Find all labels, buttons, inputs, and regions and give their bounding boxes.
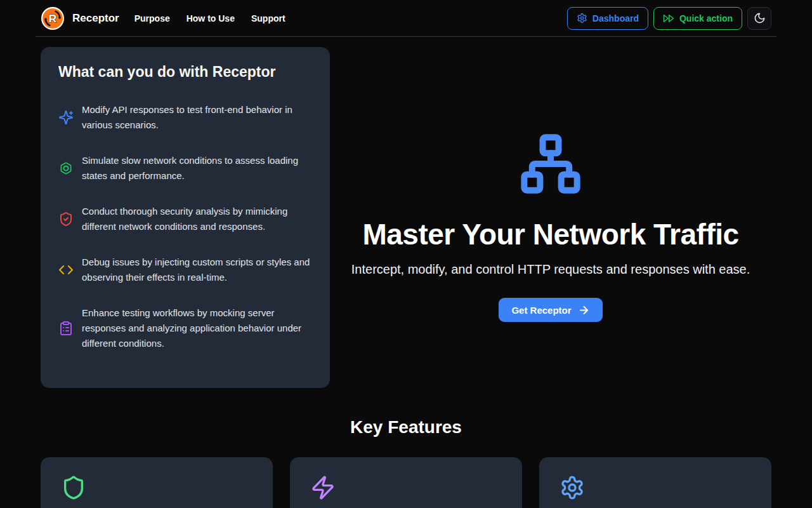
nav-links: Purpose How to Use Support bbox=[134, 13, 285, 23]
shield-icon bbox=[61, 475, 86, 500]
get-receptor-button[interactable]: Get Receptor bbox=[499, 298, 602, 322]
feature-card-performance bbox=[290, 457, 522, 508]
hero-section: Master Your Network Traffic Intercept, m… bbox=[330, 47, 771, 322]
theme-toggle-button[interactable] bbox=[747, 7, 771, 30]
gear-icon bbox=[560, 475, 585, 500]
brand-home-link[interactable]: R Receptor bbox=[41, 6, 119, 30]
features-row bbox=[41, 457, 771, 508]
hero-title: Master Your Network Traffic bbox=[362, 217, 738, 251]
hexagon-target-icon bbox=[58, 161, 74, 176]
nav-link-how-to-use[interactable]: How to Use bbox=[187, 13, 235, 23]
capability-text: Modify API responses to test front-end b… bbox=[82, 102, 312, 133]
shield-check-icon bbox=[58, 211, 74, 227]
list-item: Modify API responses to test front-end b… bbox=[58, 102, 312, 133]
gear-icon bbox=[577, 13, 587, 23]
navbar-left: R Receptor Purpose How to Use Support bbox=[41, 6, 285, 30]
network-hierarchy-icon bbox=[519, 132, 582, 196]
dashboard-button[interactable]: Dashboard bbox=[567, 7, 648, 30]
zap-icon bbox=[310, 475, 336, 500]
arrow-right-icon bbox=[578, 304, 590, 316]
quick-action-button[interactable]: Quick action bbox=[653, 7, 742, 30]
moon-icon bbox=[754, 12, 766, 24]
main-content: What can you do with Receptor Modify API… bbox=[0, 37, 812, 388]
capabilities-card: What can you do with Receptor Modify API… bbox=[41, 47, 330, 388]
capability-text: Debug issues by injecting custom scripts… bbox=[82, 255, 312, 285]
hero-subtitle: Intercept, modify, and control HTTP requ… bbox=[351, 262, 750, 277]
list-item: Conduct thorough security analysis by mi… bbox=[58, 204, 312, 234]
key-features-heading: Key Features bbox=[0, 417, 812, 438]
sparkles-icon bbox=[58, 110, 74, 125]
quick-action-button-label: Quick action bbox=[679, 13, 733, 23]
nav-link-support[interactable]: Support bbox=[251, 13, 285, 23]
svg-text:R: R bbox=[49, 13, 56, 25]
capability-text: Enhance testing workflows by mocking ser… bbox=[82, 305, 312, 351]
nav-link-purpose[interactable]: Purpose bbox=[134, 13, 170, 23]
capability-text: Simulate slow network conditions to asse… bbox=[82, 153, 312, 184]
feature-card-security bbox=[41, 457, 273, 508]
capability-text: Conduct thorough security analysis by mi… bbox=[82, 204, 312, 234]
get-receptor-button-label: Get Receptor bbox=[511, 305, 571, 316]
list-item: Simulate slow network conditions to asse… bbox=[58, 153, 312, 184]
fast-forward-icon bbox=[663, 13, 674, 24]
list-item: Debug issues by injecting custom scripts… bbox=[58, 255, 312, 285]
clipboard-list-icon bbox=[58, 321, 74, 336]
receptor-logo-icon: R bbox=[41, 6, 65, 30]
dashboard-button-label: Dashboard bbox=[593, 13, 639, 23]
brand-name[interactable]: Receptor bbox=[72, 12, 119, 25]
list-item: Enhance testing workflows by mocking ser… bbox=[58, 305, 312, 351]
capabilities-list: Modify API responses to test front-end b… bbox=[58, 102, 312, 351]
code-icon bbox=[58, 262, 74, 277]
capabilities-title: What can you do with Receptor bbox=[58, 64, 312, 81]
feature-card-control bbox=[539, 457, 771, 508]
navbar-right: Dashboard Quick action bbox=[567, 7, 771, 30]
navbar: R Receptor Purpose How to Use Support Da… bbox=[0, 0, 812, 36]
